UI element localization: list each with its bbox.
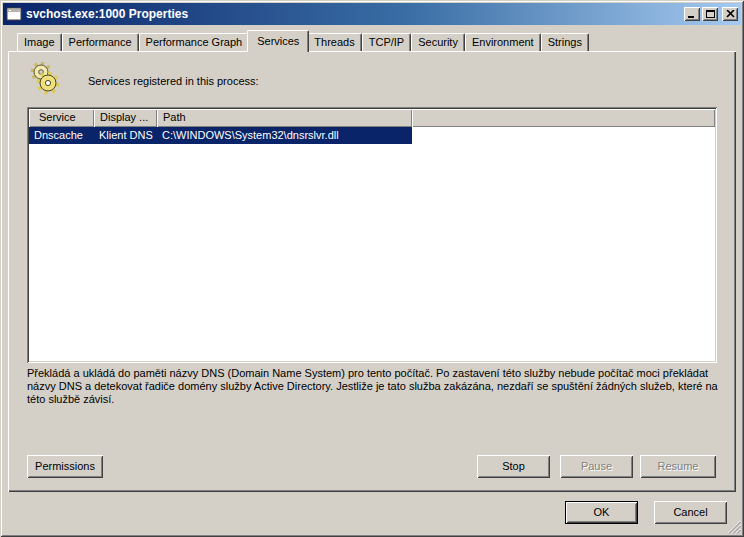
pause-button[interactable]: Pause xyxy=(560,455,633,478)
resize-grip[interactable] xyxy=(728,521,741,534)
close-icon xyxy=(726,10,735,18)
titlebar[interactable]: svchost.exe:1000 Properties xyxy=(3,3,741,25)
services-listview[interactable]: Service Display ... Path Dnscache Klient… xyxy=(27,107,717,363)
cell-service: Dnscache xyxy=(29,127,94,144)
cell-path: C:\WINDOWS\System32\dnsrslvr.dll xyxy=(157,127,412,144)
column-header-service[interactable]: Service xyxy=(29,109,94,127)
tab-tcpip[interactable]: TCP/IP xyxy=(362,33,411,51)
column-header-display[interactable]: Display ... xyxy=(94,109,157,127)
services-gears-icon xyxy=(28,61,62,95)
column-header-filler xyxy=(412,109,715,127)
cancel-button[interactable]: Cancel xyxy=(654,501,727,524)
tab-strip: Image Performance Performance Graph Serv… xyxy=(17,30,589,51)
ok-button[interactable]: OK xyxy=(565,501,638,524)
services-tab-page: Services registered in this process: Ser… xyxy=(8,51,736,492)
cell-display: Klient DNS xyxy=(94,127,157,144)
table-row[interactable]: Dnscache Klient DNS C:\WINDOWS\System32\… xyxy=(29,127,412,144)
maximize-button[interactable] xyxy=(702,7,718,21)
properties-dialog: svchost.exe:1000 Properties Image Perfor… xyxy=(0,0,744,537)
permissions-button[interactable]: Permissions xyxy=(27,455,103,478)
tab-environment[interactable]: Environment xyxy=(465,33,541,51)
maximize-icon xyxy=(706,10,715,18)
tab-performance-graph[interactable]: Performance Graph xyxy=(139,33,250,51)
resume-button[interactable]: Resume xyxy=(640,455,716,478)
service-description: Překládá a ukládá do paměti názvy DNS (D… xyxy=(27,367,731,406)
services-heading: Services registered in this process: xyxy=(88,75,259,87)
window-title: svchost.exe:1000 Properties xyxy=(26,7,682,21)
column-header-path[interactable]: Path xyxy=(157,109,412,127)
tab-threads[interactable]: Threads xyxy=(307,33,361,51)
tab-image[interactable]: Image xyxy=(17,33,62,51)
tab-security[interactable]: Security xyxy=(411,33,465,51)
minimize-button[interactable] xyxy=(684,7,700,21)
tab-services[interactable]: Services xyxy=(247,30,309,52)
minimize-icon xyxy=(688,11,696,18)
tab-strings[interactable]: Strings xyxy=(541,33,589,51)
stop-button[interactable]: Stop xyxy=(477,455,550,478)
close-button[interactable] xyxy=(722,7,738,21)
window-icon xyxy=(6,7,22,21)
listview-header: Service Display ... Path xyxy=(29,109,715,127)
tab-performance[interactable]: Performance xyxy=(62,33,139,51)
